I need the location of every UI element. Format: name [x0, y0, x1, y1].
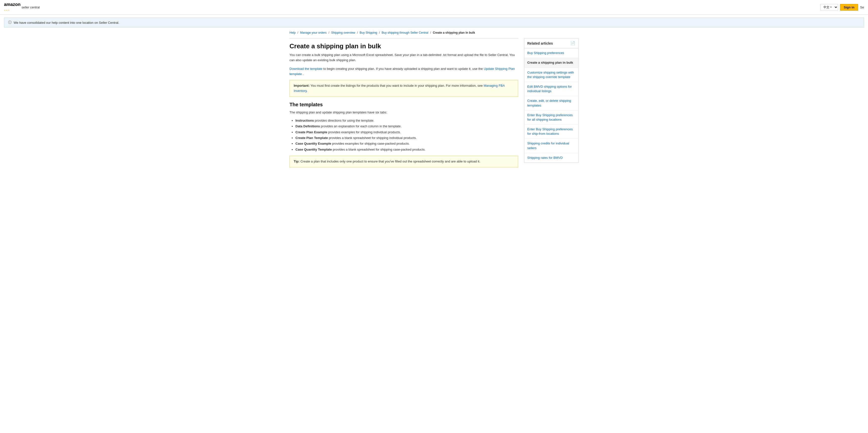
bullet-rest-4: provides examples for shipping case-pack…: [332, 142, 410, 145]
related-articles-title: Related articles: [527, 41, 553, 45]
related-link-8[interactable]: Shipping rates for BMVD: [524, 153, 578, 163]
title-divider: [289, 38, 518, 38]
list-item: Case Quantity Example provides examples …: [296, 141, 518, 146]
related-link-5[interactable]: Enter Buy Shipping preferences for all s…: [524, 111, 578, 124]
download-template-link[interactable]: Download the template: [289, 67, 322, 70]
header-extra: Se: [860, 5, 864, 9]
templates-desc: The shipping plan and update shipping pl…: [289, 110, 518, 115]
related-item-6: Enter Buy Shipping preferences for ship-…: [524, 124, 578, 139]
language-selector[interactable]: 中文 ÷: [820, 4, 838, 10]
download-section: Download the template to begin creating …: [289, 66, 518, 77]
download-mid-text: to begin creating your shipping plan. If…: [323, 67, 484, 70]
list-item: Data Definitions provides an explanation…: [296, 123, 518, 129]
related-item-3: Edit BMVD shipping options for individua…: [524, 82, 578, 96]
content-area: Create a shipping plan in bulk You can c…: [289, 38, 579, 168]
breadcrumb-manage-orders[interactable]: Manage your orders: [300, 31, 327, 34]
important-text: You must first create the listings for t…: [311, 84, 484, 87]
templates-list: Instructions provides directions for usi…: [296, 118, 518, 152]
breadcrumb: Help / Manage your orders / Shipping ove…: [289, 30, 579, 35]
bullet-rest-0: provides directions for using the templa…: [315, 119, 374, 122]
notice-text: We have consolidated our help content in…: [13, 21, 119, 25]
logo-area: amazon~~~ seller central: [4, 2, 40, 12]
related-articles-box: Related articles 📄 Buy Shipping preferen…: [524, 38, 579, 163]
list-item: Instructions provides directions for usi…: [296, 118, 518, 123]
related-item-5: Enter Buy Shipping preferences for all s…: [524, 111, 578, 124]
sidebar: Related articles 📄 Buy Shipping preferen…: [524, 38, 579, 168]
bullet-rest-5: provides a blank spreadsheet for shippin…: [333, 148, 426, 151]
bullet-bold-0: Instructions: [296, 119, 314, 122]
main-wrapper: Help / Manage your orders / Shipping ove…: [285, 30, 583, 168]
related-link-0[interactable]: Buy Shipping preferences: [524, 48, 578, 58]
sign-in-button[interactable]: Sign in: [840, 4, 858, 11]
related-item-8: Shipping rates for BMVD: [524, 153, 578, 163]
download-suffix-text: .: [303, 72, 304, 76]
list-item: Create Plan Example provides examples fo…: [296, 129, 518, 135]
header-right: 中文 ÷ Sign in Se: [820, 4, 864, 11]
page-title: Create a shipping plan in bulk: [289, 42, 518, 50]
related-link-7[interactable]: Shipping credits for individual sellers: [524, 139, 578, 152]
main-content: Create a shipping plan in bulk You can c…: [289, 38, 518, 168]
breadcrumb-buy-shipping-sc[interactable]: Buy shipping through Seller Central: [381, 31, 428, 34]
list-item: Create Plan Template provides a blank sp…: [296, 135, 518, 141]
seller-central-label: seller central: [22, 5, 40, 9]
bullet-bold-5: Case Quantity Template: [296, 148, 332, 151]
breadcrumb-buy-shipping[interactable]: Buy Shipping: [360, 31, 377, 34]
tip-box: Tip: Create a plan that includes only on…: [289, 156, 518, 168]
bullet-rest-1: provides an explanation for each column …: [321, 124, 402, 128]
templates-heading: The templates: [289, 102, 518, 108]
bullet-bold-4: Case Quantity Example: [296, 142, 331, 145]
related-link-3[interactable]: Edit BMVD shipping options for individua…: [524, 82, 578, 96]
notice-bar: ⓘ We have consolidated our help content …: [4, 18, 864, 28]
related-item-4: Create, edit, or delete shipping templat…: [524, 96, 578, 110]
breadcrumb-current: Create a shipping plan in bulk: [433, 31, 475, 34]
info-icon: ⓘ: [8, 20, 12, 25]
related-articles-header: Related articles 📄: [524, 38, 578, 48]
list-item: Case Quantity Template provides a blank …: [296, 147, 518, 152]
related-item-0: Buy Shipping preferences: [524, 48, 578, 58]
bullet-rest-2: provides examples for shipping individua…: [328, 130, 401, 134]
bullet-bold-1: Data Definitions: [296, 124, 320, 128]
related-articles-list: Buy Shipping preferences Create a shippi…: [524, 48, 578, 163]
bullet-bold-2: Create Plan Example: [296, 130, 328, 134]
breadcrumb-shipping-overview[interactable]: Shipping overview: [331, 31, 355, 34]
related-item-2: Customize shipping settings with the shi…: [524, 68, 578, 82]
tip-label: Tip:: [294, 160, 300, 163]
related-link-4[interactable]: Create, edit, or delete shipping templat…: [524, 96, 578, 110]
related-link-6[interactable]: Enter Buy Shipping preferences for ship-…: [524, 124, 578, 139]
breadcrumb-help[interactable]: Help: [289, 31, 296, 34]
tip-text: Create a plan that includes only one pro…: [300, 160, 480, 163]
amazon-logo: amazon~~~: [4, 2, 21, 12]
related-link-1: Create a shipping plan in bulk: [524, 58, 578, 67]
document-icon: 📄: [570, 41, 575, 46]
related-item-1: Create a shipping plan in bulk: [524, 58, 578, 68]
important-box: Important: You must first create the lis…: [289, 80, 518, 97]
bullet-rest-3: provides a blank spreadsheet for shippin…: [329, 136, 417, 140]
related-item-7: Shipping credits for individual sellers: [524, 139, 578, 153]
bullet-bold-3: Create Plan Template: [296, 136, 328, 140]
important-label: Important:: [294, 84, 310, 87]
header: amazon~~~ seller central 中文 ÷ Sign in Se: [0, 0, 868, 15]
related-link-2[interactable]: Customize shipping settings with the shi…: [524, 68, 578, 82]
intro-paragraph: You can create a bulk shipping plan usin…: [289, 53, 518, 63]
